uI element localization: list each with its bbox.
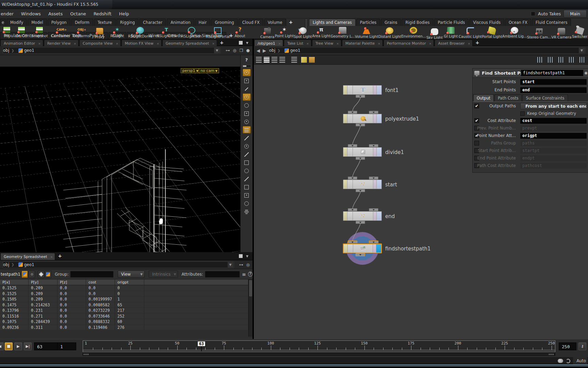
rings-icon[interactable]: ◎ (246, 262, 250, 267)
point-icon[interactable] (243, 142, 251, 150)
output-paths-dropdown[interactable]: From any start to each end (520, 103, 587, 109)
viewport-3d[interactable]: persp1▼ no cam▼ (0, 67, 240, 252)
path-node[interactable]: geo1 (24, 48, 34, 53)
spreadsheet-scrollbar[interactable] (248, 279, 252, 337)
viewport-tab-motion-fx-view[interactable]: Motion FX View× (121, 40, 162, 47)
shelf-tab-grooming[interactable]: Grooming (211, 19, 238, 26)
shelf-tab-grains[interactable]: Grains (381, 19, 401, 26)
forward-icon[interactable]: ▶ (263, 48, 266, 53)
shelf-tool-distant-light[interactable]: Distant Light (378, 27, 401, 39)
help-icon[interactable]: ? (243, 56, 251, 63)
shelf-tool-area-light[interactable]: πArea Light (312, 27, 331, 38)
zoom-icon[interactable] (243, 93, 251, 101)
menu-circle-icon[interactable] (243, 208, 251, 215)
jump-start-button[interactable]: ◀ (0, 342, 4, 350)
column-header-Px[interactable]: P[x] (0, 279, 29, 285)
shelf-tab-deform[interactable]: Deform (71, 19, 93, 26)
path-field[interactable]: obj❯geo1▼ (269, 47, 585, 54)
path-dropdown-icon[interactable]: ▼ (214, 48, 220, 53)
shelf-tab-particles[interactable]: Particles (356, 19, 380, 26)
param-tab-path-costs[interactable]: Path Costs (494, 94, 522, 102)
path-root[interactable]: obj (3, 262, 9, 267)
param-field[interactable]: cost (520, 118, 587, 124)
menu-assets[interactable]: Assets (48, 11, 63, 16)
shelf-tool-rslightportal[interactable]: RSLightPortal (204, 27, 232, 39)
point-mode-button[interactable] (29, 271, 35, 278)
spreadsheet-maximize-icon[interactable] (239, 254, 243, 258)
tab-close-icon[interactable]: × (116, 42, 118, 45)
note-icon[interactable] (301, 57, 307, 63)
shelf-tool-proxy[interactable]: Proxy (92, 27, 108, 39)
pen-icon[interactable] (243, 134, 251, 142)
tab-close-icon[interactable]: × (468, 42, 471, 45)
pin2-icon[interactable] (243, 159, 251, 166)
network-tab--obj-geo1[interactable]: /obj/geo1× (254, 40, 283, 47)
shelf-tool-on-off[interactable]: On/Off (14, 27, 30, 38)
menu-ender[interactable]: ender (1, 11, 14, 16)
param-field[interactable]: endpt (520, 155, 587, 161)
path-dropdown-icon[interactable]: ▼ (228, 262, 233, 267)
table-row[interactable]: 0.137960.2310.00.0273229217 (0, 308, 248, 313)
select-box-icon[interactable] (243, 191, 251, 199)
viewport-maximize-icon[interactable] (239, 41, 243, 45)
menu-redshift[interactable]: Redshift (94, 11, 112, 16)
add-ring-icon[interactable] (243, 118, 251, 125)
node-body[interactable] (343, 211, 382, 221)
brush12-icon[interactable] (243, 175, 251, 183)
table-row[interactable]: 0.15050.2090.00.001999971 (0, 296, 248, 302)
start-frame-field[interactable]: 1 (57, 342, 76, 350)
tab-close-icon[interactable]: × (74, 42, 76, 45)
shelf-tool-geometry-l-[interactable]: Geometry L... (330, 27, 355, 38)
shelf-tool-about[interactable]: ?About (232, 27, 248, 38)
path-root[interactable]: obj (269, 48, 275, 53)
dashes-icon[interactable] (548, 57, 554, 63)
column-header-Py[interactable]: P[y] (29, 279, 58, 285)
shelf-tool-stereo-cam-[interactable]: Stereo Cam... (527, 27, 552, 39)
shelf-tool-rslighties[interactable]: TRSLightIES (154, 27, 179, 38)
spreadsheet-pane-menu-icon[interactable]: ▼ (246, 255, 248, 258)
node-input-connector[interactable] (348, 111, 357, 114)
node-input-connector[interactable] (369, 208, 378, 211)
hand-icon[interactable] (243, 126, 251, 134)
shelf-tab-texture[interactable]: Texture (94, 19, 116, 26)
node-output-connector[interactable] (356, 157, 365, 160)
tab-close-icon[interactable]: × (157, 42, 159, 45)
network-tab-material-palette[interactable]: Material Palette× (342, 40, 383, 47)
network-tab-take-list[interactable]: Take List× (284, 40, 311, 47)
viewport-tab-geometry-spreadsheet[interactable]: Geometry Spreadsheet× (162, 40, 217, 47)
curve-icon[interactable] (243, 183, 251, 191)
gear-icon[interactable]: ✱ (584, 71, 588, 76)
vertex-mode-button[interactable] (38, 271, 44, 278)
list-view-icon[interactable] (264, 57, 270, 63)
shelf-tool-point-light[interactable]: ✶Point Light (275, 27, 294, 38)
node-body[interactable]: T (343, 85, 382, 95)
tree-view-icon[interactable] (256, 57, 262, 63)
main-desktop-button[interactable]: Main (564, 10, 587, 18)
tab-close-icon[interactable]: × (378, 42, 380, 45)
table-row[interactable]: 0.092360.3110.00.119406276 (0, 325, 248, 331)
add-icon[interactable] (243, 110, 251, 117)
shelf-tab-volume[interactable]: Volume (264, 19, 286, 26)
shelf-tab-fluid-containers[interactable]: Fluid Containers (532, 19, 571, 26)
path-field[interactable]: obj❯geo1▼ (3, 261, 234, 268)
brush-icon[interactable] (243, 151, 251, 158)
path-field[interactable]: obj❯geo1▼ (3, 47, 220, 54)
shelf-add-tab-button[interactable]: + (287, 19, 295, 26)
tab-close-icon[interactable]: × (306, 42, 309, 45)
shelf-tab-cloud-fx[interactable]: Cloud FX (239, 19, 263, 26)
light-icon[interactable] (243, 102, 251, 109)
shelf-tool-ambient-lig-[interactable]: Ambient Lig... (502, 27, 527, 38)
tab-close-icon[interactable]: × (50, 255, 53, 259)
node-body[interactable] (343, 244, 382, 253)
table-row[interactable]: 0.14750.2142630.00.008058265 (0, 302, 248, 308)
layout-boxes-icon[interactable] (291, 57, 297, 63)
spreadsheet-new-tab-button[interactable]: + (55, 252, 64, 260)
menu-windows[interactable]: Windows (21, 11, 41, 16)
table-row[interactable]: 0.15250.2090.00.00 (0, 285, 248, 291)
dots-column-icon[interactable] (537, 57, 543, 63)
keep-checkbox[interactable] (520, 111, 525, 116)
node-output-connector[interactable] (356, 95, 365, 98)
path-node[interactable]: geo1 (24, 262, 34, 267)
path-root[interactable]: obj (3, 48, 9, 53)
param-tab-output[interactable]: Output (473, 94, 494, 102)
